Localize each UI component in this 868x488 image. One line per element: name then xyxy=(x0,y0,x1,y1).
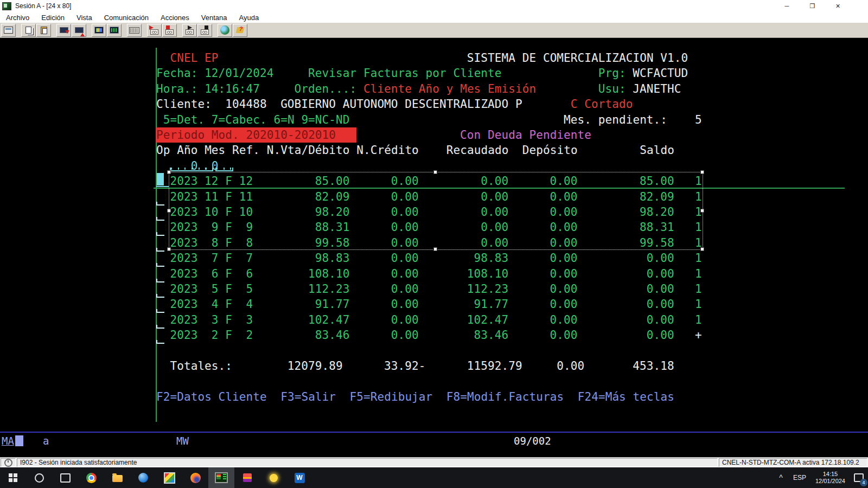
op-input-field-mark[interactable] xyxy=(156,248,164,252)
status-bar: I902 - Sesión iniciada satisfactoriament… xyxy=(0,457,868,467)
invoice-row-deposito: 0.00 xyxy=(550,297,578,312)
menu-bar: ArchivoEdiciónVistaComunicaciónAccionesV… xyxy=(0,12,868,23)
invoice-row-type: F xyxy=(225,328,232,343)
selection-handle[interactable] xyxy=(700,170,704,174)
taskbar-clock[interactable]: 14:15 12/01/2024 xyxy=(811,471,850,485)
menu-item-vista[interactable]: Vista xyxy=(71,14,98,22)
play-macro-button[interactable] xyxy=(182,24,197,37)
selection-handle[interactable] xyxy=(167,170,171,174)
tray-chevron-up-icon[interactable]: ^ xyxy=(774,473,788,482)
menu-item-edicion[interactable]: Edición xyxy=(35,14,71,22)
copy-button[interactable] xyxy=(21,24,36,37)
web-globe-button[interactable] xyxy=(218,24,232,37)
invoice-row-flag: 1 xyxy=(695,266,702,281)
paste-button[interactable] xyxy=(36,24,51,37)
terminal-text: C Cortado xyxy=(571,97,633,112)
terminal-text: Periodo Mod. 202010-202010 xyxy=(156,127,356,143)
op-input-field-mark[interactable] xyxy=(156,294,164,298)
keyboard-setup-button[interactable] xyxy=(127,24,142,37)
menu-item-ventana[interactable]: Ventana xyxy=(195,14,233,22)
record-macro-icon xyxy=(150,29,158,35)
selection-handle[interactable] xyxy=(167,209,171,213)
invoice-row-month: 6 xyxy=(205,266,218,281)
totals-debito: 12079.89 xyxy=(288,358,343,374)
taskbar-icon-task-view[interactable] xyxy=(52,467,78,488)
toolbar-group xyxy=(147,24,177,37)
terminal-text: Mes. pendient.: xyxy=(564,112,667,127)
selection-handle[interactable] xyxy=(700,247,704,251)
terminal-text: Fecha: 12/01/2024 xyxy=(156,66,273,81)
function-keys-line[interactable]: F2=Datos Cliente F3=Salir F5=Redibujar F… xyxy=(156,389,674,404)
taskbar: ^ ESP 14:15 12/01/2024 4 xyxy=(0,467,868,488)
invoice-row-flag: 1 xyxy=(695,281,702,297)
send-file-icon xyxy=(60,27,68,33)
selection-handle[interactable] xyxy=(433,247,437,251)
selection-handle[interactable] xyxy=(167,247,171,251)
help-button[interactable] xyxy=(233,24,247,37)
display-sessions-button[interactable] xyxy=(107,24,122,37)
taskbar-icon-terminal-session[interactable] xyxy=(208,467,234,488)
op-input-field-mark[interactable] xyxy=(156,325,164,329)
window-titlebar[interactable]: Sesión A - [24 x 80] ─ ❒ × xyxy=(0,0,868,12)
invoice-row-recaudado: 98.83 xyxy=(474,251,509,266)
op-input-field-mark[interactable] xyxy=(156,263,164,267)
notification-center-button[interactable]: 4 xyxy=(850,467,868,488)
invoice-row-deposito: 0.00 xyxy=(550,220,578,235)
menu-item-comunicacion[interactable]: Comunicación xyxy=(98,14,155,22)
menu-item-archivo[interactable]: Archivo xyxy=(0,14,35,22)
op-input-field-mark[interactable] xyxy=(156,279,164,282)
taskbar-icon-search[interactable] xyxy=(26,467,52,488)
taskbar-icon-start[interactable] xyxy=(0,467,26,488)
anio-filter-field[interactable]: 0 xyxy=(191,158,198,174)
op-input-field-mark[interactable] xyxy=(156,217,164,221)
word-icon xyxy=(295,473,305,483)
display-colors-button[interactable] xyxy=(92,24,106,37)
op-input-field-mark[interactable] xyxy=(156,202,164,206)
taskbar-icon-blue-sphere[interactable] xyxy=(130,467,156,488)
status-message: I902 - Sesión iniciada satisfactoriament… xyxy=(20,459,137,466)
send-file-button[interactable] xyxy=(56,24,71,37)
taskbar-icon-file-explorer[interactable] xyxy=(104,467,130,488)
play-stop-button[interactable] xyxy=(197,24,212,37)
invoice-row-ref: 6 xyxy=(239,266,253,281)
invoice-row-month: 7 xyxy=(205,251,218,266)
op-input-field-mark[interactable] xyxy=(156,309,164,313)
terminal-screen[interactable]: MA a MW 09/002 CNEL EPSISTEMA DE COMERCI… xyxy=(0,38,868,457)
close-button[interactable]: × xyxy=(825,0,851,12)
invoice-row-saldo: 85.00 xyxy=(640,174,674,189)
taskbar-icon-firefox[interactable] xyxy=(182,467,208,488)
taskbar-icon-photos[interactable] xyxy=(156,467,182,488)
taskbar-icon-archive-manager[interactable] xyxy=(234,467,260,488)
print-button[interactable] xyxy=(1,24,16,37)
invoice-row-saldo: 0.00 xyxy=(647,281,674,297)
invoice-row-deposito: 0.00 xyxy=(550,281,578,297)
record-stop-button[interactable] xyxy=(162,24,177,37)
op-input-field-mark[interactable] xyxy=(156,340,164,344)
taskbar-icon-word[interactable] xyxy=(286,467,312,488)
op-input-field-mark[interactable] xyxy=(156,232,164,236)
invoice-row-flag: 1 xyxy=(695,312,702,328)
invoice-row-ref: 3 xyxy=(239,312,253,328)
minimize-button[interactable]: ─ xyxy=(774,0,800,12)
selection-handle[interactable] xyxy=(433,170,437,174)
invoice-row-debito: 91.77 xyxy=(315,297,350,312)
menu-item-ayuda[interactable]: Ayuda xyxy=(233,14,265,22)
keyboard-setup-icon xyxy=(129,27,139,34)
menu-item-acciones[interactable]: Acciones xyxy=(155,14,195,22)
language-indicator[interactable]: ESP xyxy=(788,474,811,481)
invoice-row-saldo: 0.00 xyxy=(647,328,674,343)
maximize-button[interactable]: ❒ xyxy=(800,0,825,12)
receive-file-button[interactable] xyxy=(72,24,86,37)
invoice-row-credito: 0.00 xyxy=(391,189,419,204)
taskbar-icon-sun-app[interactable] xyxy=(260,467,286,488)
invoice-row-debito: 98.20 xyxy=(315,204,350,220)
selection-handle[interactable] xyxy=(700,209,704,213)
terminal-text: Cliente Año y Mes Emisión xyxy=(363,81,536,97)
mes-filter-field[interactable]: 0 xyxy=(212,158,219,174)
terminal-text: Op Año Mes Ref. N.Vta/Débito N.Crédito R… xyxy=(156,143,674,158)
taskbar-icon-chrome[interactable] xyxy=(78,467,104,488)
invoice-row-debito: 112.23 xyxy=(308,281,349,297)
record-macro-button[interactable] xyxy=(147,24,162,37)
toolbar-group xyxy=(182,24,213,37)
invoice-row-ref: 9 xyxy=(239,220,253,235)
